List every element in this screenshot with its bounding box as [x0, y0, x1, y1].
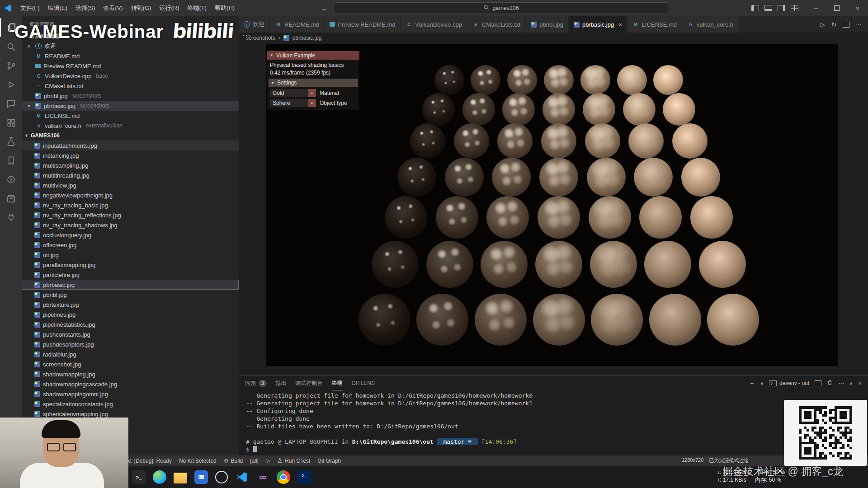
- bookmarks-icon[interactable]: [0, 151, 22, 170]
- tab-欢迎[interactable]: i欢迎: [239, 16, 270, 33]
- more-actions-icon[interactable]: ⋯: [226, 21, 231, 27]
- editor-more-actions-icon[interactable]: ⋯: [856, 21, 862, 28]
- tab-vulkan-core-h[interactable]: hvulkan_core.h: [682, 16, 739, 33]
- terminal-dropdown-icon[interactable]: ∨: [760, 381, 764, 386]
- file-row[interactable]: parallaxmapping.jpg: [22, 260, 239, 270]
- open-editor-item[interactable]: ≡CMakeLists.txt: [22, 81, 239, 91]
- file-row[interactable]: multiview.jpg: [22, 180, 239, 190]
- live-share-icon[interactable]: [0, 170, 22, 189]
- open-editor-item[interactable]: CVulkanDevice.cppbase: [22, 71, 239, 81]
- file-row[interactable]: shadowmappingomni.jpg: [22, 389, 239, 399]
- panel-more-actions-icon[interactable]: ⋯: [838, 380, 844, 387]
- menu-terminal[interactable]: 终端(T): [183, 5, 211, 11]
- file-row[interactable]: shadowmapping.jpg: [22, 369, 239, 379]
- close-icon[interactable]: ×: [25, 43, 33, 50]
- new-terminal-icon[interactable]: ＋: [749, 379, 755, 387]
- taskbar-chrome-icon[interactable]: [277, 470, 290, 484]
- sidebar-section-games106[interactable]: ▼ GAMES106: [22, 131, 239, 141]
- file-row[interactable]: pbribl.jpg: [22, 290, 239, 300]
- close-icon[interactable]: ×: [618, 21, 622, 28]
- close-button[interactable]: ×: [847, 0, 868, 16]
- file-row[interactable]: screenshot.jpg: [22, 359, 239, 369]
- settings-header[interactable]: ▼ Settings: [269, 79, 358, 87]
- history-icon[interactable]: ↻: [831, 21, 836, 28]
- toggle-panel-icon[interactable]: [764, 5, 772, 11]
- vulkan-example-window[interactable]: ▼ Vulkan Example Physical based shading …: [267, 51, 359, 110]
- file-row[interactable]: pushconstants.jpg: [22, 329, 239, 339]
- file-row[interactable]: specializationconstants.jpg: [22, 399, 239, 409]
- file-row[interactable]: oit.jpg: [22, 250, 239, 260]
- file-row[interactable]: pbrtexture.jpg: [22, 300, 239, 310]
- vulkan-window-titlebar[interactable]: ▼ Vulkan Example: [267, 51, 359, 60]
- split-terminal-icon[interactable]: [815, 380, 821, 386]
- maximize-button[interactable]: [826, 0, 847, 16]
- tab-pbribl-jpg[interactable]: pbribl.jpg: [526, 16, 569, 33]
- file-row[interactable]: radialblur.jpg: [22, 349, 239, 359]
- menu-edit[interactable]: 编辑(E): [44, 5, 71, 11]
- close-panel-icon[interactable]: ×: [858, 380, 862, 387]
- tab-pbrbasic-jpg[interactable]: pbrbasic.jpg×: [569, 16, 627, 33]
- panel-tab-问题[interactable]: 问题3: [245, 376, 267, 390]
- breadcrumb[interactable]: screenshots › pbrbasic.jpg: [239, 33, 868, 43]
- terminal-input-line[interactable]: $: [246, 446, 868, 453]
- combo-arrow-icon[interactable]: ▼: [308, 89, 316, 97]
- panel-tab-gitlens[interactable]: GITLENS: [352, 376, 375, 390]
- file-row[interactable]: pipelinestatistics.jpg: [22, 319, 239, 329]
- split-editor-icon[interactable]: [843, 22, 849, 28]
- run-debug-icon[interactable]: [0, 75, 22, 94]
- menu-view[interactable]: 查看(V): [99, 5, 127, 11]
- taskbar-edge-icon[interactable]: [153, 470, 166, 484]
- open-editor-item[interactable]: hvulkan_core.hexternal\vulkan: [22, 121, 239, 131]
- status-all[interactable]: [all]: [246, 455, 262, 466]
- combo-arrow-icon[interactable]: ▼: [308, 99, 316, 107]
- file-row[interactable]: multisampling.jpg: [22, 160, 239, 170]
- menu-run[interactable]: 运行(R): [155, 5, 183, 11]
- remote-plug-icon[interactable]: [0, 208, 22, 227]
- file-row[interactable]: nv_ray_tracing_reflections.jpg: [22, 210, 239, 220]
- toggle-sidebar-icon[interactable]: [751, 5, 759, 11]
- status-git-graph[interactable]: Git Graph: [314, 455, 344, 466]
- back-icon[interactable]: ←: [321, 5, 328, 12]
- customize-layout-icon[interactable]: [791, 5, 798, 11]
- tab-cmakelists-txt[interactable]: ≡CMakeLists.txt: [467, 16, 526, 33]
- kill-terminal-icon[interactable]: [827, 380, 833, 387]
- panel-tab-输出[interactable]: 输出: [276, 376, 287, 390]
- toggle-secondary-sidebar-icon[interactable]: [778, 5, 785, 11]
- file-row[interactable]: offscreen.jpg: [22, 240, 239, 250]
- tab-license-md[interactable]: MLICENSE.md: [627, 16, 682, 33]
- menu-go[interactable]: 转到(G): [127, 5, 156, 11]
- extensions-icon[interactable]: [0, 113, 22, 132]
- search-icon[interactable]: [0, 37, 22, 56]
- file-row[interactable]: pipelines.jpg: [22, 310, 239, 319]
- tab-preview-readme-md[interactable]: Preview README.md: [325, 16, 401, 33]
- status-play[interactable]: ▷: [262, 455, 274, 466]
- open-editor-item[interactable]: pbribl.jpgscreenshots: [22, 91, 239, 101]
- file-row[interactable]: inputattachments.jpg: [22, 141, 239, 150]
- file-row[interactable]: multithreading.jpg: [22, 170, 239, 180]
- taskbar-vscode-icon[interactable]: [235, 470, 249, 484]
- tab-vulkandevice-cpp[interactable]: CVulkanDevice.cpp: [401, 16, 467, 33]
- file-row[interactable]: nv_ray_tracing_basic.jpg: [22, 200, 239, 210]
- taskbar-windows-terminal-icon[interactable]: >_: [132, 470, 146, 484]
- comments-icon[interactable]: [0, 94, 22, 113]
- material-combo[interactable]: Gold ▼: [270, 89, 316, 97]
- testing-icon[interactable]: [0, 132, 22, 151]
- maximize-panel-icon[interactable]: ∧: [849, 381, 853, 386]
- breadcrumb-folder[interactable]: screenshots: [246, 35, 275, 41]
- status-run-ctest[interactable]: Run CTest: [274, 455, 314, 466]
- collapse-icon[interactable]: ▼: [270, 53, 274, 57]
- open-editor-item[interactable]: MREADME.md: [22, 51, 239, 61]
- menu-help[interactable]: 帮助(H): [211, 5, 239, 11]
- menu-selection[interactable]: 选择(S): [71, 5, 99, 11]
- taskbar-visual-studio-icon[interactable]: ∞: [256, 470, 269, 484]
- archive-icon[interactable]: [0, 189, 22, 208]
- close-icon[interactable]: ×: [25, 103, 33, 109]
- taskbar-mail-icon[interactable]: ✉: [194, 470, 208, 484]
- panel-tab-终端[interactable]: 终端: [332, 376, 343, 390]
- menu-file[interactable]: 文件(F): [16, 5, 44, 11]
- file-row[interactable]: pbrbasic.jpg: [22, 280, 239, 290]
- file-row[interactable]: occlusionquery.jpg: [22, 230, 239, 240]
- taskbar-phone-link-icon[interactable]: [215, 471, 228, 483]
- tab-readme-md[interactable]: MREADME.md: [270, 16, 325, 33]
- breadcrumb-file[interactable]: pbrbasic.jpg: [292, 35, 322, 41]
